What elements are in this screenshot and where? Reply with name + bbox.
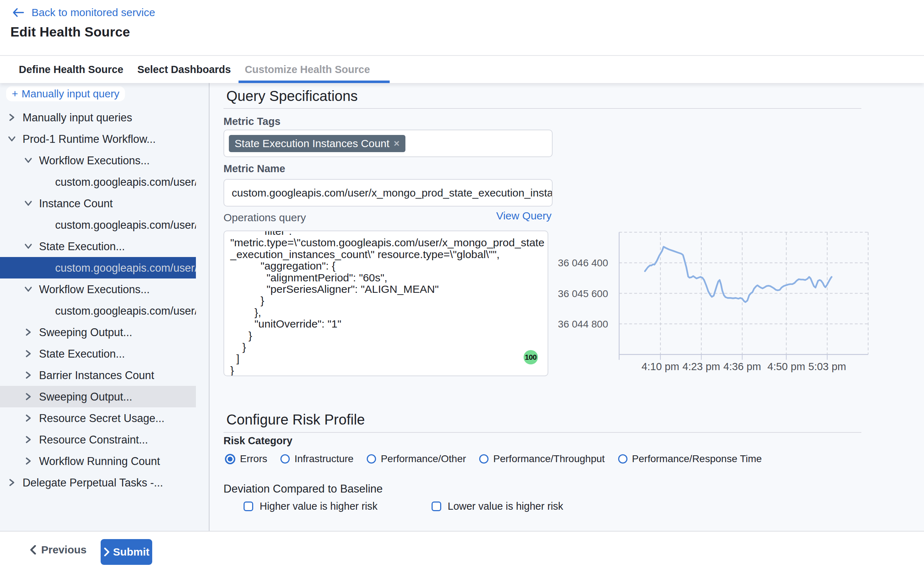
tree-group-collapsed[interactable]: State Execution... bbox=[0, 343, 196, 364]
y-axis-tick-label: 36 044 800 bbox=[558, 319, 608, 330]
page-header: Back to monitored service Edit Health So… bbox=[0, 0, 924, 56]
back-link-label: Back to monitored service bbox=[32, 6, 155, 19]
chevron-right-icon[interactable] bbox=[24, 350, 32, 358]
deviation-checkbox-lower-value-is-higher-risk[interactable]: Lower value is higher risk bbox=[431, 500, 563, 512]
radio-label: Infrastructure bbox=[294, 453, 353, 465]
back-arrow-icon bbox=[12, 8, 24, 17]
tree-group-collapsed[interactable]: Barrier Instances Count bbox=[0, 364, 196, 386]
submit-button[interactable]: Submit bbox=[101, 539, 152, 565]
operations-query-label: Operations query bbox=[224, 212, 306, 224]
previous-button[interactable]: Previous bbox=[30, 539, 87, 560]
tree-group-expanded[interactable]: Prod-1 Runtime Workflow... bbox=[0, 128, 196, 150]
tab-define-health-source[interactable]: Define Health Source bbox=[19, 56, 123, 83]
metric-tags-input[interactable]: State Execution Instances Count × bbox=[224, 130, 553, 157]
tab-customize-health-source[interactable]: Customize Health Source bbox=[245, 56, 370, 83]
x-axis-tick-label: 4:23 pm bbox=[682, 361, 720, 372]
page-title: Edit Health Source bbox=[11, 24, 130, 40]
risk-category-label: Risk Category bbox=[224, 435, 292, 447]
active-tab-underline bbox=[239, 81, 390, 83]
query-specifications-title: Query Specifications bbox=[226, 88, 358, 104]
chevron-down-icon[interactable] bbox=[24, 200, 32, 207]
operations-query-text: "filter": "metric.type=\"custom.googleap… bbox=[230, 231, 548, 376]
deviation-checkbox-group: Higher value is higher riskLower value i… bbox=[243, 500, 745, 512]
tree-leaf-metric[interactable]: custom.googleapis.com/user/x_mongo_prod bbox=[0, 171, 196, 193]
chevron-left-icon bbox=[30, 545, 36, 555]
radio-label: Performance/Other bbox=[381, 453, 466, 465]
deviation-label: Deviation Compared to Baseline bbox=[224, 483, 383, 495]
radio-selected-icon[interactable] bbox=[225, 454, 235, 464]
chevron-right-icon bbox=[104, 548, 110, 556]
tree-group-collapsed[interactable]: Delegate Perpetual Tasks -... bbox=[0, 472, 196, 493]
chevron-right-icon[interactable] bbox=[24, 393, 32, 400]
risk-radio-infrastructure[interactable]: Infrastructure bbox=[280, 453, 353, 465]
chevron-right-icon[interactable] bbox=[24, 436, 32, 444]
query-score-badge: 100 bbox=[524, 350, 538, 364]
x-axis-tick-label: 4:10 pm bbox=[642, 361, 679, 372]
metrics-tree: Manually input queriesProd-1 Runtime Wor… bbox=[0, 106, 209, 493]
tree-group-collapsed[interactable]: Resource Secret Usage... bbox=[0, 407, 196, 429]
radio-label: Performance/Response Time bbox=[632, 453, 762, 465]
chevron-right-icon[interactable] bbox=[24, 457, 32, 465]
chevron-right-icon[interactable] bbox=[24, 371, 32, 379]
chevron-down-icon[interactable] bbox=[24, 156, 32, 164]
tree-group-collapsed[interactable]: Sweeping Output... bbox=[0, 386, 196, 407]
configure-risk-profile-title: Configure Risk Profile bbox=[226, 412, 365, 428]
chevron-right-icon[interactable] bbox=[24, 328, 32, 336]
radio-unselected-icon[interactable] bbox=[367, 454, 376, 464]
y-axis-tick-label: 36 045 600 bbox=[558, 288, 608, 299]
chevron-right-icon[interactable] bbox=[8, 114, 16, 122]
risk-radio-performance-other[interactable]: Performance/Other bbox=[367, 453, 466, 465]
section-divider bbox=[224, 432, 861, 433]
chevron-right-icon[interactable] bbox=[24, 414, 32, 422]
checkbox-unchecked-icon[interactable] bbox=[243, 501, 253, 511]
tree-item-label: Prod-1 Runtime Workflow... bbox=[0, 133, 196, 146]
radio-label: Errors bbox=[240, 453, 267, 465]
previous-label: Previous bbox=[41, 544, 87, 556]
metric-name-value: custom.googleapis.com/user/x_mongo_prod_… bbox=[224, 187, 553, 199]
risk-radio-performance-response-time[interactable]: Performance/Response Time bbox=[618, 453, 762, 465]
manually-input-query-button[interactable]: +Manually input query bbox=[6, 86, 125, 101]
chevron-down-icon[interactable] bbox=[24, 285, 32, 293]
risk-radio-errors[interactable]: Errors bbox=[225, 453, 267, 465]
metric-name-input[interactable]: custom.googleapis.com/user/x_mongo_prod_… bbox=[224, 179, 553, 207]
metric-name-label: Metric Name bbox=[224, 163, 285, 175]
radio-unselected-icon[interactable] bbox=[618, 454, 628, 464]
tree-leaf-metric[interactable]: custom.googleapis.com/user/x_mongo_prod bbox=[0, 214, 196, 236]
checkbox-label: Lower value is higher risk bbox=[448, 500, 563, 512]
deviation-checkbox-higher-value-is-higher-risk[interactable]: Higher value is higher risk bbox=[243, 500, 377, 512]
tab-bar: Define Health Source Select Dashboards C… bbox=[0, 56, 924, 83]
radio-unselected-icon[interactable] bbox=[280, 454, 290, 464]
risk-radio-performance-throughput[interactable]: Performance/Throughput bbox=[479, 453, 604, 465]
tree-group-collapsed[interactable]: Sweeping Output... bbox=[0, 321, 196, 343]
tree-group-expanded[interactable]: Instance Count bbox=[0, 193, 196, 214]
metric-timeseries-line bbox=[645, 247, 832, 302]
tree-group-collapsed[interactable]: Workflow Running Count bbox=[0, 450, 196, 472]
radio-unselected-icon[interactable] bbox=[479, 454, 488, 464]
tree-item-label: custom.googleapis.com/user/x_mongo_prod bbox=[0, 176, 196, 188]
tree-group-expanded[interactable]: Workflow Executions... bbox=[0, 150, 196, 171]
tree-item-label: Manually input queries bbox=[0, 111, 196, 124]
chevron-down-icon[interactable] bbox=[24, 242, 32, 250]
back-link[interactable]: Back to monitored service bbox=[12, 6, 155, 19]
submit-label: Submit bbox=[113, 546, 150, 558]
metric-preview-chart: 36 046 40036 045 60036 044 8004:10 pm4:2… bbox=[543, 215, 887, 380]
tree-leaf-metric[interactable]: custom.googleapis.com/user/x_mongo_prod bbox=[0, 300, 196, 321]
x-axis-tick-label: 4:36 pm bbox=[723, 361, 761, 372]
footer-bar: Previous Submit bbox=[0, 531, 924, 567]
chevron-down-icon[interactable] bbox=[8, 135, 16, 143]
tree-item-label: custom.googleapis.com/user/x_mongo_prod bbox=[0, 219, 196, 231]
tab-select-dashboards[interactable]: Select Dashboards bbox=[138, 56, 231, 83]
chevron-right-icon[interactable] bbox=[8, 478, 16, 486]
tree-group-collapsed[interactable]: Manually input queries bbox=[0, 106, 196, 128]
tree-group-collapsed[interactable]: Resource Constraint... bbox=[0, 429, 196, 450]
risk-category-radio-group: ErrorsInfrastructurePerformance/OtherPer… bbox=[225, 453, 762, 465]
checkbox-unchecked-icon[interactable] bbox=[431, 501, 441, 511]
operations-query-textarea[interactable]: "filter": "metric.type=\"custom.googleap… bbox=[224, 231, 548, 376]
metric-tag-chip-label: State Execution Instances Count bbox=[234, 138, 389, 150]
tree-leaf-metric[interactable]: custom.googleapis.com/user/x_mongo_prod_… bbox=[0, 257, 196, 279]
tree-group-expanded[interactable]: Workflow Executions... bbox=[0, 279, 196, 300]
metric-tags-label: Metric Tags bbox=[224, 116, 280, 128]
remove-tag-icon[interactable]: × bbox=[394, 138, 399, 149]
page-body: +Manually input query Manually input que… bbox=[0, 83, 924, 531]
tree-group-expanded[interactable]: State Execution... bbox=[0, 236, 196, 257]
